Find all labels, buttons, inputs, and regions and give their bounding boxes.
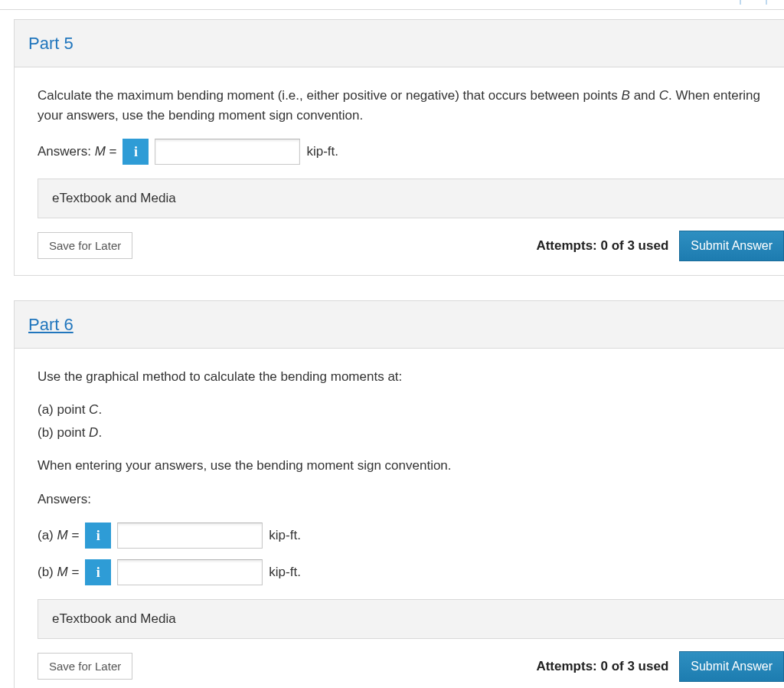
part-6-moment-a-input[interactable] [117,523,263,549]
submit-answer-button[interactable]: Submit Answer [679,651,784,682]
part-6-footer-right: Attempts: 0 of 3 used Submit Answer [536,651,784,682]
part-6-title: Part 6 [28,312,770,337]
part-5-answer-var: M [95,144,106,159]
part-5-instr-b: and [630,88,659,103]
p6-row-b-label: (b) M = [38,562,79,582]
part-5-footer: Save for Later Attempts: 0 of 3 used Sub… [38,218,784,275]
part-5-body: Calculate the maximum bending moment (i.… [15,67,784,275]
part-5-answer-label: Answers: M = [38,142,116,162]
part-6-answer-row-b: (b) M = i kip-ft. [38,559,761,585]
p6-b-pt: D [89,425,98,440]
part-6-moment-b-input[interactable] [117,559,263,585]
p6-a-pt: C [89,402,98,417]
info-icon[interactable]: i [85,559,111,585]
part-6-body: Use the graphical method to calculate th… [15,349,784,689]
info-icon[interactable]: i [122,139,149,165]
part-5-footer-right: Attempts: 0 of 3 used Submit Answer [536,231,784,261]
p6-row-a-label: (a) M = [38,526,79,545]
info-icon[interactable]: i [85,523,111,549]
part-6-attempts: Attempts: 0 of 3 used [536,657,668,677]
point-b-italic: B [622,88,630,103]
save-for-later-button[interactable]: Save for Later [38,232,132,259]
part-5-answer-post: = [106,144,117,159]
part-5-unit: kip-ft. [306,142,338,162]
part-6-option-a: (a) point C. [38,400,761,420]
part-5-answer-pre: Answers: [38,144,95,159]
part-6-container: Part 6 Use the graphical method to calcu… [14,300,784,689]
part-6-answers-label: Answers: [38,490,761,509]
p6-row-a-var: M [57,528,68,542]
p6-b-post: . [98,425,102,440]
part-6-footer: Save for Later Attempts: 0 of 3 used Sub… [38,639,784,689]
part-5-moment-input[interactable] [155,139,300,165]
etextbook-media-button[interactable]: eTextbook and Media [38,599,784,639]
part-6-line2: When entering your answers, use the bend… [38,456,761,476]
point-c-italic: C [659,88,668,103]
part-5-container: Part 5 Calculate the maximum bending mom… [14,19,784,276]
p6-a-pre: (a) point [38,402,89,417]
part-5-answer-row: Answers: M = i kip-ft. [38,139,761,165]
part-5-title: Part 5 [28,31,770,56]
part-6-header[interactable]: Part 6 [15,301,784,349]
p6-b-pre: (b) point [38,425,89,440]
p6-row-a-pre: (a) [38,528,57,542]
p6-row-b-pre: (b) [38,565,57,579]
p6-row-a-unit: kip-ft. [269,526,301,545]
part-5-instruction: Calculate the maximum bending moment (i.… [38,86,761,125]
p6-row-a-eq: = [68,528,80,542]
save-for-later-button[interactable]: Save for Later [38,653,132,680]
part-5-attempts: Attempts: 0 of 3 used [536,236,668,256]
p6-row-b-eq: = [68,565,80,579]
submit-answer-button[interactable]: Submit Answer [679,231,784,261]
part-5-instr-a: Calculate the maximum bending moment (i.… [38,88,622,103]
page-top-divider [0,0,784,10]
p6-row-b-unit: kip-ft. [269,562,301,582]
part-5-header[interactable]: Part 5 [15,20,784,67]
part-6-answer-row-a: (a) M = i kip-ft. [38,523,761,549]
p6-row-b-var: M [57,565,68,579]
part-6-option-b: (b) point D. [38,423,761,443]
p6-a-post: . [98,402,102,417]
etextbook-media-button[interactable]: eTextbook and Media [38,179,784,218]
part-6-line1: Use the graphical method to calculate th… [38,367,761,387]
